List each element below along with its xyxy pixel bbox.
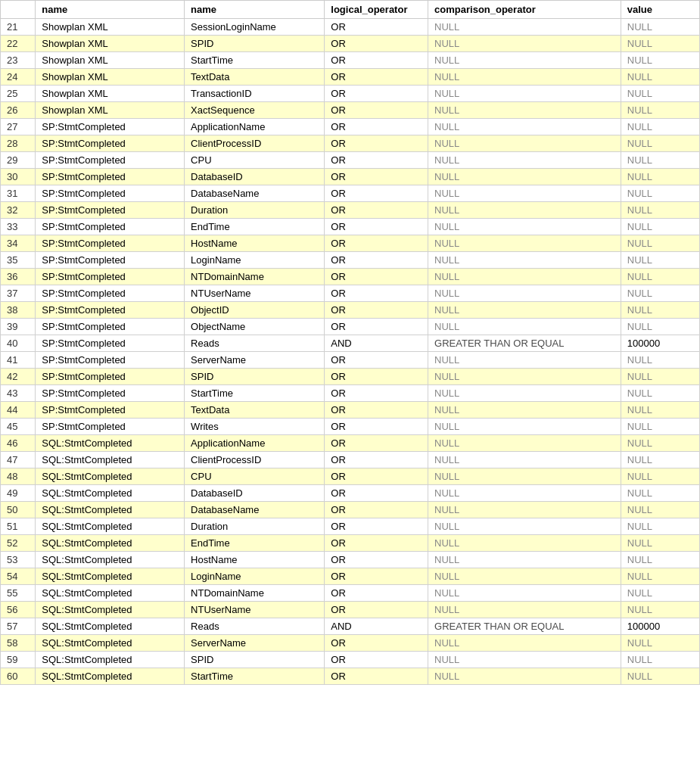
table-row: 38SP:StmtCompletedObjectIDORNULLNULL: [1, 302, 700, 319]
cell-logical: OR: [325, 319, 428, 335]
cell-name2: StartTime: [185, 668, 325, 685]
cell-comparison: NULL: [428, 102, 621, 119]
cell-logical: AND: [325, 335, 428, 352]
cell-comparison: NULL: [428, 435, 621, 452]
cell-name1: SQL:StmtCompleted: [36, 618, 185, 635]
cell-name2: EndTime: [185, 219, 325, 235]
cell-name2: ObjectName: [185, 319, 325, 335]
cell-value: NULL: [621, 69, 699, 86]
cell-name2: DatabaseName: [185, 185, 325, 202]
cell-comparison: NULL: [428, 568, 621, 585]
cell-logical: OR: [325, 585, 428, 602]
cell-value: NULL: [621, 568, 699, 585]
cell-comparison: NULL: [428, 535, 621, 552]
cell-value: NULL: [621, 518, 699, 535]
cell-name1: SP:StmtCompleted: [36, 219, 185, 235]
table-row: 56SQL:StmtCompletedNTUserNameORNULLNULL: [1, 602, 700, 618]
cell-logical: OR: [325, 568, 428, 585]
cell-logical: OR: [325, 419, 428, 435]
cell-logical: OR: [325, 202, 428, 219]
cell-value: NULL: [621, 119, 699, 135]
header-name1: name: [36, 1, 185, 19]
cell-logical: OR: [325, 652, 428, 668]
cell-num: 51: [1, 518, 36, 535]
cell-name1: SP:StmtCompleted: [36, 135, 185, 152]
cell-logical: OR: [325, 169, 428, 185]
cell-value: NULL: [621, 102, 699, 119]
cell-value: NULL: [621, 19, 699, 36]
cell-name1: SQL:StmtCompleted: [36, 518, 185, 535]
cell-num: 52: [1, 535, 36, 552]
table-row: 37SP:StmtCompletedNTUserNameORNULLNULL: [1, 285, 700, 302]
cell-num: 59: [1, 652, 36, 668]
cell-num: 50: [1, 502, 36, 518]
cell-name1: Showplan XML: [36, 69, 185, 86]
cell-logical: OR: [325, 518, 428, 535]
cell-logical: AND: [325, 618, 428, 635]
cell-value: NULL: [621, 435, 699, 452]
cell-logical: OR: [325, 452, 428, 468]
cell-name2: CPU: [185, 152, 325, 169]
cell-name1: SP:StmtCompleted: [36, 119, 185, 135]
table-row: 60SQL:StmtCompletedStartTimeORNULLNULL: [1, 668, 700, 685]
table-row: 34SP:StmtCompletedHostNameORNULLNULL: [1, 235, 700, 252]
table-row: 57SQL:StmtCompletedReadsANDGREATER THAN …: [1, 618, 700, 635]
cell-name2: StartTime: [185, 385, 325, 402]
cell-comparison: NULL: [428, 352, 621, 369]
table-row: 58SQL:StmtCompletedServerNameORNULLNULL: [1, 635, 700, 652]
cell-name2: DatabaseID: [185, 485, 325, 502]
cell-comparison: NULL: [428, 602, 621, 618]
cell-num: 58: [1, 635, 36, 652]
cell-value: NULL: [621, 302, 699, 319]
cell-comparison: NULL: [428, 285, 621, 302]
cell-value: NULL: [621, 185, 699, 202]
table-row: 54SQL:StmtCompletedLoginNameORNULLNULL: [1, 568, 700, 585]
table-row: 27SP:StmtCompletedApplicationNameORNULLN…: [1, 119, 700, 135]
cell-name1: SQL:StmtCompleted: [36, 485, 185, 502]
cell-num: 42: [1, 369, 36, 385]
cell-logical: OR: [325, 219, 428, 235]
cell-comparison: NULL: [428, 485, 621, 502]
cell-num: 25: [1, 86, 36, 102]
cell-name2: NTUserName: [185, 602, 325, 618]
cell-value: NULL: [621, 135, 699, 152]
cell-value: NULL: [621, 502, 699, 518]
cell-comparison: NULL: [428, 468, 621, 485]
header-comparison: comparison_operator: [428, 1, 621, 19]
cell-value: NULL: [621, 535, 699, 552]
cell-name1: SQL:StmtCompleted: [36, 668, 185, 685]
cell-logical: OR: [325, 119, 428, 135]
cell-logical: OR: [325, 36, 428, 52]
table-row: 49SQL:StmtCompletedDatabaseIDORNULLNULL: [1, 485, 700, 502]
cell-logical: OR: [325, 402, 428, 419]
cell-name1: SP:StmtCompleted: [36, 352, 185, 369]
cell-comparison: NULL: [428, 235, 621, 252]
cell-num: 41: [1, 352, 36, 369]
cell-logical: OR: [325, 385, 428, 402]
cell-logical: OR: [325, 19, 428, 36]
cell-comparison: NULL: [428, 452, 621, 468]
table-row: 39SP:StmtCompletedObjectNameORNULLNULL: [1, 319, 700, 335]
cell-comparison: NULL: [428, 635, 621, 652]
cell-logical: OR: [325, 502, 428, 518]
cell-num: 56: [1, 602, 36, 618]
cell-name1: SP:StmtCompleted: [36, 302, 185, 319]
cell-num: 55: [1, 585, 36, 602]
cell-name2: ClientProcessID: [185, 452, 325, 468]
cell-num: 22: [1, 36, 36, 52]
cell-logical: OR: [325, 369, 428, 385]
cell-comparison: NULL: [428, 185, 621, 202]
header-value: value: [621, 1, 699, 19]
cell-name2: SPID: [185, 652, 325, 668]
table-container: name name logical_operator comparison_op…: [0, 0, 700, 775]
cell-name2: LoginName: [185, 252, 325, 269]
cell-comparison: GREATER THAN OR EQUAL: [428, 335, 621, 352]
cell-logical: OR: [325, 552, 428, 568]
cell-name2: Duration: [185, 518, 325, 535]
cell-comparison: NULL: [428, 202, 621, 219]
cell-num: 39: [1, 319, 36, 335]
cell-num: 38: [1, 302, 36, 319]
table-row: 21Showplan XMLSessionLoginNameORNULLNULL: [1, 19, 700, 36]
cell-name1: SQL:StmtCompleted: [36, 552, 185, 568]
cell-name1: SP:StmtCompleted: [36, 419, 185, 435]
